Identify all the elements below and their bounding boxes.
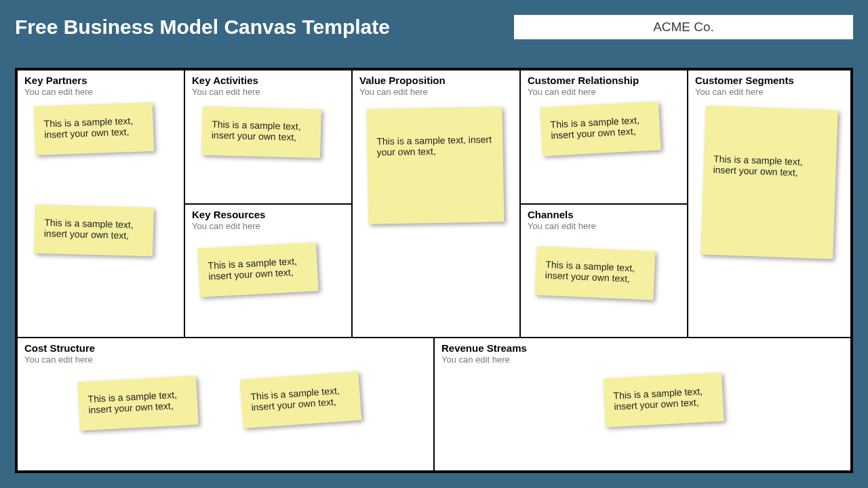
section-title: Key Partners <box>24 75 177 86</box>
sticky-note[interactable]: This is a sample text, insert your own t… <box>34 205 154 257</box>
sticky-note[interactable]: This is a sample text, insert your own t… <box>34 102 154 155</box>
section-edit-hint: You can edit here <box>192 87 344 97</box>
section-title: Value Proposition <box>359 75 513 86</box>
sticky-note[interactable]: This is a sample text, insert your own t… <box>535 246 656 300</box>
sticky-note[interactable]: This is a sample text, insert your own t… <box>197 242 319 297</box>
section-edit-hint: You can edit here <box>359 87 513 97</box>
section-title: Cost Structure <box>24 342 427 354</box>
sticky-note[interactable]: This is a sample text, insert your own t… <box>367 106 505 224</box>
sticky-note[interactable]: This is a sample text, insert your own t… <box>540 101 661 156</box>
section-cost-structure[interactable]: Cost Structure You can edit here This is… <box>17 338 434 471</box>
sticky-note[interactable]: This is a sample text, insert your own t… <box>201 106 321 159</box>
section-edit-hint: You can edit here <box>528 87 680 97</box>
section-title: Customer Segments <box>695 75 844 86</box>
section-customer-segments[interactable]: Customer Segments You can edit here This… <box>688 70 851 338</box>
section-title: Key Activities <box>192 75 344 86</box>
section-revenue-streams[interactable]: Revenue Streams You can edit here This i… <box>434 338 851 471</box>
section-edit-hint: You can edit here <box>192 221 344 231</box>
section-key-partners[interactable]: Key Partners You can edit here This is a… <box>17 70 184 338</box>
sticky-note[interactable]: This is a sample text, insert your own t… <box>701 106 838 260</box>
section-title: Key Resources <box>192 209 344 220</box>
section-edit-hint: You can edit here <box>24 354 427 365</box>
sticky-note[interactable]: This is a sample text, insert your own t… <box>603 372 724 427</box>
sticky-note[interactable]: This is a sample text, insert your own t… <box>77 375 199 430</box>
section-title: Revenue Streams <box>441 342 844 354</box>
section-title: Channels <box>528 209 680 220</box>
sticky-note[interactable]: This is a sample text, insert your own t… <box>240 371 362 428</box>
section-value-proposition[interactable]: Value Proposition You can edit here This… <box>352 70 520 338</box>
section-channels[interactable]: Channels You can edit here This is a sam… <box>520 204 688 338</box>
section-title: Customer Relationship <box>528 75 680 86</box>
business-model-canvas: Key Partners You can edit here This is a… <box>15 68 853 473</box>
section-customer-relationship[interactable]: Customer Relationship You can edit here … <box>520 70 688 204</box>
section-key-activities[interactable]: Key Activities You can edit here This is… <box>184 70 352 204</box>
section-edit-hint: You can edit here <box>441 354 844 365</box>
section-key-resources[interactable]: Key Resources You can edit here This is … <box>184 204 352 338</box>
section-edit-hint: You can edit here <box>24 87 177 97</box>
section-edit-hint: You can edit here <box>695 87 844 97</box>
section-edit-hint: You can edit here <box>528 221 680 231</box>
page-title: Free Business Model Canvas Template <box>15 16 390 39</box>
company-name-box[interactable]: ACME Co. <box>514 15 853 39</box>
